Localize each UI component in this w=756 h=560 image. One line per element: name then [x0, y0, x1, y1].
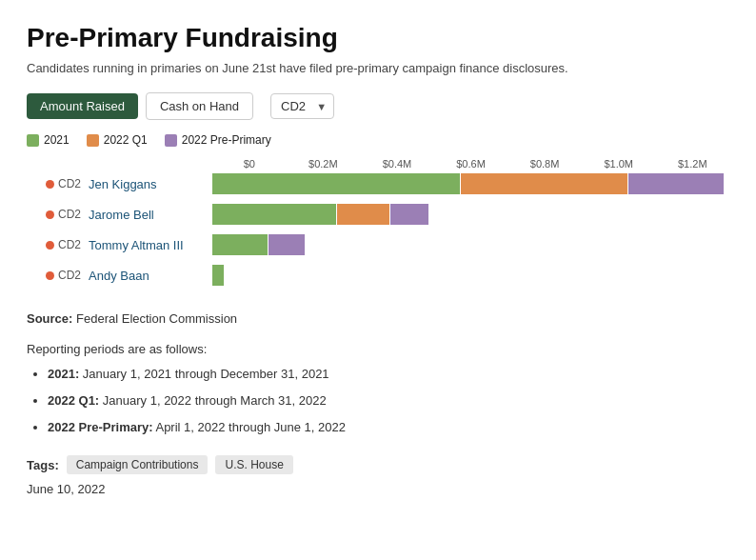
district-dot [46, 241, 54, 250]
legend-color-swatch [27, 134, 39, 147]
bars-container [212, 173, 724, 194]
candidate-name[interactable]: Tommy Altman III [89, 238, 184, 252]
reporting-periods-list: 2021: January 1, 2021 through December 3… [27, 364, 729, 438]
axis-label: $0.6M [434, 158, 508, 170]
candidate-label-group: CD2 Jen Kiggans [46, 177, 212, 191]
axis-label: $0.8M [507, 158, 582, 170]
page-title: Pre-Primary Fundraising [27, 23, 729, 53]
chart-legend: 20212022 Q12022 Pre-Primary [27, 133, 729, 147]
legend-color-swatch [165, 134, 177, 147]
amount-raised-button[interactable]: Amount Raised [27, 93, 138, 119]
bar-segment [628, 173, 724, 194]
tag-us-house[interactable]: U.S. House [215, 455, 292, 474]
bar-segment [390, 204, 428, 225]
table-row: CD2 Jen Kiggans [46, 173, 729, 194]
district-label: CD2 [58, 269, 81, 282]
table-row: CD2 Jarome Bell [46, 204, 729, 225]
reporting-intro: Reporting periods are as follows: [27, 339, 729, 360]
period-label: 2022 Pre-Primary: [48, 420, 153, 434]
period-label: 2022 Q1: [48, 393, 99, 408]
district-select[interactable]: CD2 CD3 CD4 [270, 93, 334, 119]
axis-label: $1.0M [582, 158, 656, 170]
date-footer: June 10, 2022 [27, 482, 729, 496]
bar-segment [337, 204, 389, 225]
bars-container [212, 204, 428, 225]
page-subtitle: Candidates running in primaries on June … [27, 61, 729, 75]
bar-segment [212, 265, 224, 286]
district-select-wrapper: CD2 CD3 CD4 ▼ [270, 93, 334, 119]
table-row: CD2 Andy Baan [46, 265, 729, 286]
district-dot [46, 180, 54, 189]
source-text: Federal Election Commission [76, 311, 237, 326]
period-text: January 1, 2021 through December 31, 202… [79, 367, 328, 381]
controls-bar: Amount Raised Cash on Hand CD2 CD3 CD4 ▼ [27, 92, 729, 120]
period-text: April 1, 2022 through June 1, 2022 [153, 420, 346, 434]
bar-segment [269, 234, 305, 255]
table-row: CD2 Tommy Altman III [46, 234, 729, 255]
period-text: January 1, 2022 through March 31, 2022 [99, 393, 327, 408]
district-label: CD2 [58, 238, 81, 251]
candidate-label-group: CD2 Andy Baan [46, 269, 212, 283]
legend-color-swatch [87, 134, 99, 147]
axis-label: $0 [212, 158, 287, 170]
axis-label: $0.2M [287, 158, 361, 170]
source-label: Source: [27, 311, 72, 326]
period-label: 2021: [48, 367, 79, 381]
bar-segment [212, 234, 268, 255]
bar-segment [212, 204, 336, 225]
candidate-label-group: CD2 Jarome Bell [46, 208, 212, 222]
tag-campaign-contributions[interactable]: Campaign Contributions [67, 455, 209, 474]
axis-label: $1.2M [655, 158, 729, 170]
bar-segment [212, 173, 460, 194]
legend-item: 2022 Q1 [87, 133, 148, 147]
list-item: 2021: January 1, 2021 through December 3… [48, 364, 729, 385]
tags-row: Tags: Campaign Contributions U.S. House [27, 455, 729, 474]
tags-label: Tags: [27, 458, 59, 472]
district-label: CD2 [58, 177, 81, 190]
legend-item: 2021 [27, 133, 70, 147]
cash-on-hand-button[interactable]: Cash on Hand [146, 92, 253, 120]
bars-container [212, 234, 305, 255]
bar-segment [461, 173, 627, 194]
candidate-name[interactable]: Andy Baan [89, 269, 149, 283]
candidate-name[interactable]: Jarome Bell [89, 208, 154, 222]
bars-container [212, 265, 224, 286]
district-label: CD2 [58, 208, 81, 221]
legend-label: 2022 Q1 [104, 133, 148, 147]
candidate-name[interactable]: Jen Kiggans [89, 177, 157, 191]
chart-area: $0$0.2M$0.4M$0.6M$0.8M$1.0M$1.2M CD2 Jen… [46, 158, 729, 286]
list-item: 2022 Q1: January 1, 2022 through March 3… [48, 390, 729, 411]
candidate-label-group: CD2 Tommy Altman III [46, 238, 212, 252]
axis-label: $0.4M [360, 158, 434, 170]
legend-label: 2022 Pre-Primary [182, 133, 271, 147]
district-dot [46, 271, 54, 280]
legend-label: 2021 [44, 133, 70, 147]
district-dot [46, 210, 54, 219]
legend-item: 2022 Pre-Primary [165, 133, 271, 147]
list-item: 2022 Pre-Primary: April 1, 2022 through … [48, 417, 729, 438]
source-section: Source: Federal Election Commission Repo… [27, 309, 729, 438]
